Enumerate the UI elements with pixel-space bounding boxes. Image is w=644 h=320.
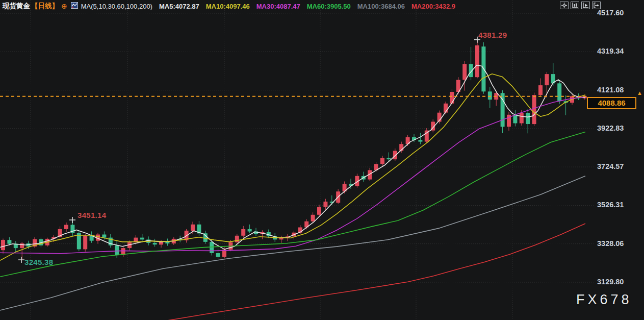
candle-body[interactable] <box>545 74 549 85</box>
candle-body[interactable] <box>520 113 524 124</box>
candle-body[interactable] <box>526 113 530 124</box>
crosshair-button[interactable] <box>560 2 569 9</box>
ma-value: MA5:4072.87 <box>159 3 199 10</box>
candle-body[interactable] <box>513 115 517 124</box>
candle-body[interactable] <box>102 235 106 238</box>
candle-body[interactable] <box>538 85 543 95</box>
candle-body[interactable] <box>557 83 561 101</box>
price-annotation: 3451.14 <box>78 211 106 219</box>
mini-chart-icon[interactable] <box>71 2 78 11</box>
candle-body[interactable] <box>210 242 214 253</box>
price-axis-label: 4319.34 <box>597 47 624 55</box>
exit-chart-button[interactable] <box>592 2 601 9</box>
price-axis-label: 3526.31 <box>597 201 624 209</box>
ma-line-MA30 <box>0 97 585 254</box>
candle-body[interactable] <box>488 91 492 100</box>
price-up-arrow-icon: ▲ <box>637 90 642 96</box>
gold-daily-chart-page: { "header": { "title": "现货黄金", "period":… <box>0 0 644 320</box>
ma-value: MA200:3432.9 <box>411 3 455 10</box>
ma-value: MA10:4097.46 <box>206 3 250 10</box>
price-annotation: 3245.38 <box>24 258 53 266</box>
ma-legend: MA5:4072.87MA10:4097.46MA30:4087.47MA60:… <box>152 2 455 11</box>
instrument-title: 现货黄金 <box>3 2 30 11</box>
candle-body[interactable] <box>311 215 315 221</box>
candle-body[interactable] <box>1 240 5 250</box>
ma-value: MA100:3684.06 <box>357 3 405 10</box>
ma-indicator-label[interactable]: MA(5,10,30,60,100,200) <box>81 3 152 10</box>
axis-scale-button[interactable] <box>571 2 579 9</box>
candle-body[interactable] <box>462 64 467 80</box>
candle-body[interactable] <box>216 253 220 257</box>
candle-body[interactable] <box>317 207 321 215</box>
price-axis[interactable]: 4517.604319.344121.083922.833724.573526.… <box>597 0 644 320</box>
price-axis-label: 3328.06 <box>597 239 624 248</box>
candlestick-chart[interactable] <box>0 0 644 320</box>
candle-body[interactable] <box>235 236 239 242</box>
price-axis-label: 3724.57 <box>597 162 624 170</box>
ma-line-MA100 <box>0 176 585 310</box>
candle-body[interactable] <box>7 240 11 244</box>
candle-body[interactable] <box>393 151 397 160</box>
candle-body[interactable] <box>387 158 391 159</box>
ma-line-MA60 <box>0 132 585 277</box>
ma-line-MA200 <box>120 224 585 320</box>
candle-body[interactable] <box>418 140 422 141</box>
watermark: FX678 <box>576 292 632 308</box>
candle-body[interactable] <box>241 229 245 236</box>
ma-line-MA5 <box>0 65 585 250</box>
candle-body[interactable] <box>153 243 157 244</box>
candle-body[interactable] <box>380 158 384 164</box>
candle-body[interactable] <box>532 95 536 124</box>
chart-toolbar <box>560 2 601 9</box>
candle-body[interactable] <box>323 202 327 207</box>
price-axis-label: 3129.80 <box>597 278 624 286</box>
candle-body[interactable] <box>475 45 479 77</box>
axis-play-button[interactable] <box>581 2 590 9</box>
chart-header: 现货黄金 【日线】 ⊕ MA(5,10,30,60,100,200) MA5:4… <box>3 2 455 11</box>
candle-body[interactable] <box>450 92 454 104</box>
price-axis-label: 4517.60 <box>597 9 624 17</box>
price-axis-label: 4121.08 <box>597 86 624 94</box>
candle-body[interactable] <box>248 229 252 232</box>
price-axis-label: 3922.83 <box>597 124 624 132</box>
ma-value: MA30:4087.47 <box>256 3 300 10</box>
price-annotation: 4381.29 <box>478 31 507 39</box>
ma-value: MA60:3905.50 <box>307 3 351 10</box>
candle-body[interactable] <box>279 238 284 239</box>
candle-body[interactable] <box>83 236 87 250</box>
candle-body[interactable] <box>64 225 68 229</box>
candle-body[interactable] <box>115 245 119 255</box>
current-price-badge: 4088.86 <box>587 97 636 109</box>
candle-body[interactable] <box>140 238 144 240</box>
add-indicator-icon[interactable]: ⊕ <box>61 3 67 10</box>
candle-body[interactable] <box>191 225 195 231</box>
timeframe-label[interactable]: 【日线】 <box>31 2 59 11</box>
